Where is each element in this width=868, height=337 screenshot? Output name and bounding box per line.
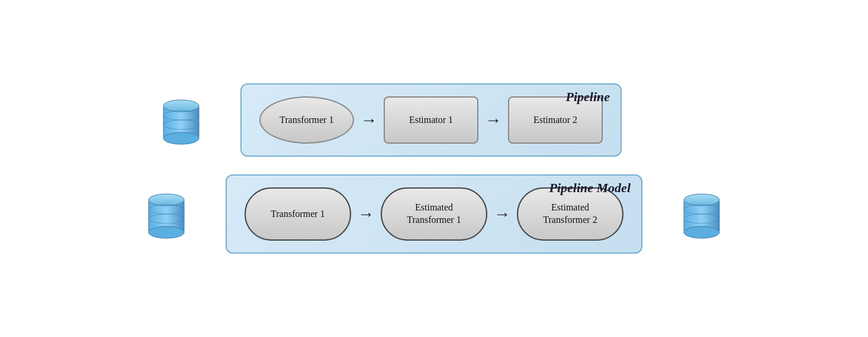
main-container: Pipeline Transformer 1 → Estimator 1 → E… — [0, 0, 868, 337]
bottom-row: Pipeline Model Transformer 1 → Estimated… — [0, 174, 868, 254]
node-transformer1-top: Transformer 1 — [259, 96, 354, 144]
node-estimator1-top-label: Estimator 1 — [409, 115, 453, 125]
arrow-2-top: → — [478, 111, 508, 129]
arrow-1-bottom: → — [351, 205, 381, 223]
svg-point-9 — [149, 226, 184, 238]
node-estimator1-top: Estimator 1 — [384, 96, 478, 144]
node-est-transformer2-label: EstimatedTransformer 2 — [543, 202, 597, 226]
top-row: Pipeline Transformer 1 → Estimator 1 → E… — [0, 83, 868, 157]
svg-point-11 — [684, 194, 719, 206]
node-estimator2-top-label: Estimator 2 — [533, 115, 577, 125]
pipeline-model-label: Pipeline Model — [549, 180, 631, 196]
db-icon-bottom-left — [143, 187, 190, 241]
arrow-1-top: → — [354, 111, 384, 129]
arrow-2-bottom: → — [487, 205, 517, 223]
node-transformer1-bottom: Transformer 1 — [245, 187, 351, 241]
db-icon-top-left — [157, 93, 205, 147]
svg-point-14 — [684, 226, 719, 238]
svg-point-4 — [163, 132, 199, 144]
node-est-transformer1-label: EstimatedTransformer 1 — [407, 202, 461, 226]
node-est-transformer1: EstimatedTransformer 1 — [381, 187, 487, 241]
node-transformer1-bottom-label: Transformer 1 — [271, 208, 324, 221]
db-icon-bottom-right — [678, 187, 725, 241]
pipeline-box-top: Pipeline Transformer 1 → Estimator 1 → E… — [240, 83, 622, 157]
svg-point-1 — [163, 100, 199, 112]
svg-point-6 — [149, 194, 184, 206]
pipeline-label-top: Pipeline — [565, 89, 610, 105]
node-transformer1-top-label: Transformer 1 — [279, 115, 333, 125]
pipeline-box-bottom: Pipeline Model Transformer 1 → Estimated… — [226, 174, 642, 254]
